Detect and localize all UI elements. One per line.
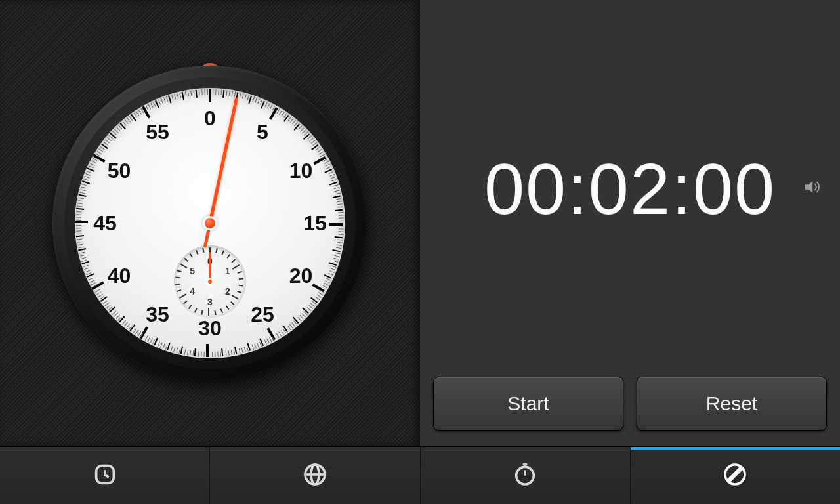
tab-bar (0, 446, 840, 504)
stopwatch-subdial: 543210 (174, 245, 246, 318)
reset-button[interactable]: Reset (637, 377, 827, 430)
tab-alarm[interactable] (0, 447, 210, 504)
tab-timer[interactable] (631, 447, 840, 504)
dial-number: 35 (146, 302, 169, 326)
tab-stopwatch[interactable] (421, 447, 631, 504)
dial-number: 45 (93, 211, 117, 236)
tab-world[interactable] (210, 447, 420, 504)
dial-pin (203, 216, 217, 230)
dial-number: 50 (108, 159, 131, 183)
subdial-number: 3 (207, 297, 213, 307)
dial-number: 0 (204, 106, 216, 131)
dial-number: 40 (108, 264, 131, 288)
subdial-number: 4 (190, 286, 195, 297)
timer-display[interactable]: 00:02:00 (484, 147, 776, 230)
timer-icon (722, 461, 748, 490)
svg-marker-0 (805, 181, 812, 193)
dial-number: 30 (198, 316, 222, 341)
dial-number: 55 (146, 120, 169, 144)
timer-pane: 00:02:00 Start Reset (420, 0, 840, 446)
dial-number: 10 (289, 159, 313, 183)
svg-line-10 (730, 469, 741, 480)
stopwatch-dial[interactable]: 0510152025303540455055 543210 (52, 66, 368, 381)
stopwatch-pane: 0510152025303540455055 543210 (0, 0, 420, 446)
globe-icon (302, 461, 328, 490)
dial-number: 15 (303, 211, 327, 236)
subdial-number: 2 (225, 286, 230, 297)
subdial-number: 1 (225, 266, 230, 276)
dial-number: 25 (251, 302, 274, 326)
subdial-hand (209, 253, 211, 282)
sound-icon[interactable] (802, 177, 822, 200)
start-button[interactable]: Start (433, 377, 623, 430)
dial-number: 5 (257, 120, 268, 144)
alarm-clock-icon (92, 461, 118, 490)
stopwatch-icon (512, 461, 538, 490)
subdial-number: 5 (190, 266, 195, 276)
dial-number: 20 (289, 264, 313, 288)
